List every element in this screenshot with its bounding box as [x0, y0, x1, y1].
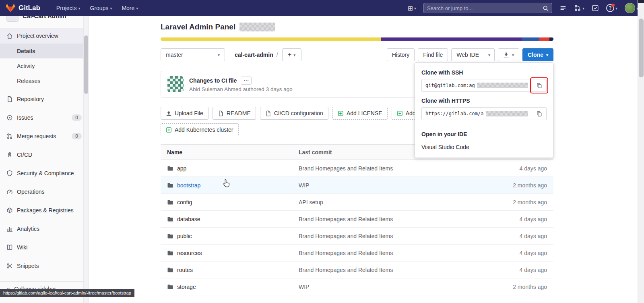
chevron-down-icon: ▾: [546, 53, 548, 57]
clone-button[interactable]: Clone ▾: [522, 48, 553, 61]
table-row[interactable]: bootstrap WIP 2 months ago: [161, 177, 553, 194]
user-avatar: [625, 3, 635, 13]
last-update-time: 4 days ago: [489, 165, 553, 172]
page-scrollbar-corner: [638, 0, 644, 3]
file-name-link[interactable]: app: [177, 165, 186, 172]
file-name-link[interactable]: routes: [177, 267, 193, 273]
find-file-button[interactable]: Find file: [418, 48, 448, 61]
web-ide-button[interactable]: Web IDE: [451, 48, 484, 61]
sidebar-item[interactable]: Snippets: [0, 258, 88, 274]
sidebar-scrollbar-track[interactable]: [83, 16, 88, 303]
copy-https-url-button[interactable]: [532, 107, 547, 120]
sidebar-item[interactable]: Details: [0, 44, 88, 58]
last-update-time: 2 months ago: [489, 199, 553, 205]
user-menu-button[interactable]: ▾: [625, 3, 638, 13]
shield-icon: [6, 170, 13, 176]
repo-action-button[interactable]: README: [213, 107, 256, 120]
commit-message-link[interactable]: WIP: [299, 182, 489, 189]
file-name-link[interactable]: storage: [177, 284, 196, 290]
global-search[interactable]: [423, 3, 552, 13]
sidebar-item[interactable]: Merge requests 0: [0, 129, 88, 144]
chevron-down-icon: ▾: [293, 53, 295, 57]
repo-action-button[interactable]: Add LICENSE: [332, 107, 388, 120]
sidebar-item[interactable]: CI/CD: [0, 147, 88, 162]
table-row[interactable]: database Brand Homepages and Related Ite…: [161, 211, 553, 228]
file-name-link[interactable]: resources: [177, 250, 202, 256]
sidebar-item[interactable]: Analytics: [0, 221, 88, 237]
help-icon: ?: [606, 4, 614, 12]
ssh-url-input[interactable]: git@gitlab.com:ag: [421, 79, 532, 92]
language-bar[interactable]: [161, 37, 553, 41]
commit-title[interactable]: Changes to CI file: [189, 77, 237, 84]
sidebar-item[interactable]: Packages & Registries: [0, 203, 88, 218]
commit-message-link[interactable]: Brand Homepages and Related Items: [299, 233, 489, 239]
navbar-menu[interactable]: Projects ▾: [52, 0, 85, 16]
page-title: Laravel Admin Panel: [161, 23, 235, 31]
sidebar-item-label: Packages & Registries: [17, 207, 82, 214]
commit-message-link[interactable]: Brand Homepages and Related Items: [299, 165, 489, 172]
issues-nav-icon[interactable]: [559, 4, 567, 12]
commit-message-link[interactable]: Brand Homepages and Related Items: [299, 250, 489, 256]
repo-action-button[interactable]: Upload File: [161, 107, 208, 120]
file-name-link[interactable]: config: [177, 199, 192, 205]
language-segment: [161, 37, 381, 41]
file-name-link[interactable]: public: [177, 233, 192, 239]
help-menu-button[interactable]: ? ▾: [606, 4, 617, 12]
page-scrollbar-track[interactable]: [638, 0, 644, 303]
home-icon: [6, 33, 13, 39]
commit-expand-button[interactable]: ⋯: [241, 77, 252, 85]
merge-requests-nav-button[interactable]: ▾: [574, 4, 584, 12]
web-ide-dropdown-button[interactable]: ▾: [484, 48, 495, 61]
history-button[interactable]: History: [387, 48, 415, 61]
chart-icon: [6, 226, 13, 232]
file-name-link[interactable]: bootstrap: [177, 182, 200, 189]
commit-message-link[interactable]: Brand Homepages and Related Items: [299, 216, 489, 222]
download-button[interactable]: ▾: [498, 48, 519, 61]
sidebar-item[interactable]: Repository: [0, 91, 88, 107]
search-input[interactable]: [427, 5, 543, 11]
repo-actions-row: Upload File README CI/CD configuration A…: [161, 107, 458, 120]
sidebar-item[interactable]: Releases: [0, 73, 88, 88]
vscode-menu-item[interactable]: Visual Studio Code: [421, 141, 547, 151]
copy-ssh-url-button[interactable]: [532, 79, 547, 92]
table-row[interactable]: routes Brand Homepages and Related Items…: [161, 261, 553, 278]
sidebar-item[interactable]: Issues 0: [0, 110, 88, 125]
sidebar-item[interactable]: Operations: [0, 184, 88, 199]
sidebar-scrollbar-thumb[interactable]: [84, 35, 88, 94]
last-update-time: 2 months ago: [489, 284, 553, 290]
commit-message-link[interactable]: API setup: [299, 199, 489, 205]
sidebar-item[interactable]: Security & Compliance: [0, 166, 88, 181]
sidebar-item-label: Activity: [17, 63, 82, 69]
operations-icon: [6, 189, 13, 195]
last-update-time: 4 days ago: [489, 216, 553, 222]
navbar-menu[interactable]: More ▾: [117, 0, 143, 16]
table-row[interactable]: app Brand Homepages and Related Items 4 …: [161, 160, 553, 177]
repo-action-button[interactable]: CI/CD configuration: [260, 107, 328, 120]
sidebar-item[interactable]: Wiki: [0, 240, 88, 255]
repo-action-label: Add LICENSE: [347, 110, 382, 116]
commit-message-link[interactable]: Brand Homepages and Related Items: [299, 267, 489, 273]
file-name-link[interactable]: database: [177, 216, 200, 222]
todos-icon[interactable]: [592, 4, 599, 12]
table-row[interactable]: config API setup 2 months ago: [161, 194, 553, 211]
branch-selector[interactable]: master ▾: [161, 48, 225, 61]
breadcrumb[interactable]: cal-cart-admin: [235, 52, 273, 58]
gitlab-logo[interactable]: GitLab: [6, 3, 40, 13]
repo-action-button[interactable]: Add Kubernetes cluster: [161, 123, 239, 136]
add-file-dropdown-button[interactable]: + ▾: [282, 48, 301, 61]
project-context[interactable]: Cal-Cart Admin: [0, 16, 88, 24]
sidebar-item[interactable]: Activity: [0, 58, 88, 73]
navbar-menu-label: More: [122, 5, 134, 11]
table-row[interactable]: public Brand Homepages and Related Items…: [161, 228, 553, 245]
sidebar-item[interactable]: Project overview: [0, 28, 88, 44]
new-menu-button[interactable]: ⊞ ▾: [407, 4, 416, 12]
https-url-input[interactable]: https://gitlab.com/a: [421, 107, 532, 120]
table-row[interactable]: resources Brand Homepages and Related It…: [161, 245, 553, 261]
table-row[interactable]: storage WIP 2 months ago: [161, 278, 553, 295]
commit-author-avatar[interactable]: [167, 76, 184, 92]
page-scrollbar-thumb[interactable]: [639, 19, 644, 77]
book-icon: [6, 244, 13, 251]
commit-message-link[interactable]: WIP: [299, 284, 489, 290]
plus-square-icon: [338, 110, 344, 116]
navbar-menu[interactable]: Groups ▾: [85, 0, 117, 16]
